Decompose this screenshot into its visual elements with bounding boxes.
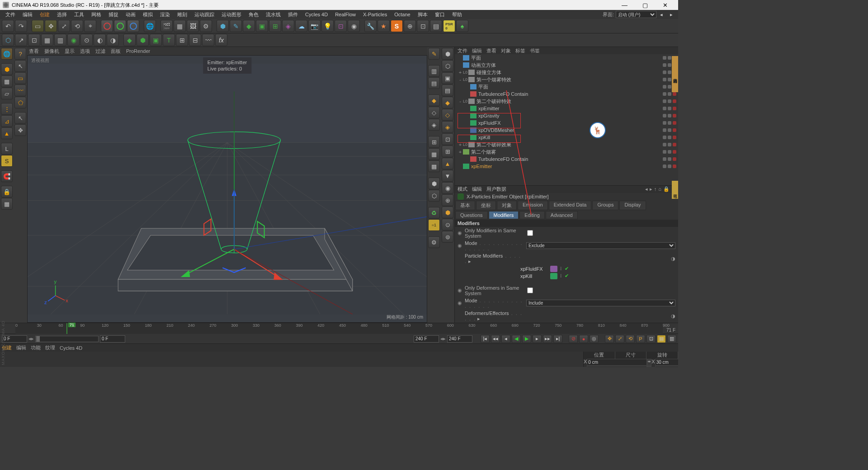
rc2-2[interactable]: ⬡ <box>442 60 453 72</box>
tb2-10[interactable]: ◆ <box>123 34 136 46</box>
rc2-16[interactable]: ⊚ <box>442 231 453 243</box>
point-mode-button[interactable]: ⋮ <box>1 103 13 115</box>
rc1-14[interactable]: ⚙ <box>428 236 440 248</box>
enable-dot[interactable] <box>673 128 676 132</box>
rc1-2[interactable]: ▥ <box>428 65 440 77</box>
object-manager-tree[interactable]: 🦌 平面动画立方体+L0碰撞立方体-L0第一个烟雾特效平面TurbulenceF… <box>455 54 678 185</box>
range-start-field[interactable] <box>2 335 27 343</box>
expand-icon[interactable]: + <box>458 142 463 147</box>
viewmenu-面板[interactable]: 面板 <box>111 48 121 55</box>
rc2-4[interactable]: ▤ <box>442 85 453 96</box>
menu-脚本[interactable]: 脚本 <box>414 10 431 19</box>
rc2-10[interactable]: ▲ <box>442 158 453 169</box>
timeline[interactable]: 71 0306090120150180210240270300330360390… <box>0 323 678 334</box>
maximize-button[interactable]: ▢ <box>635 0 655 10</box>
menu-Cycles 4D[interactable]: Cycles 4D <box>302 11 331 18</box>
object-name[interactable]: xpEmitter <box>478 106 499 111</box>
tree-item-第二个破碎特效[interactable]: -L0第二个破碎特效 <box>455 98 678 105</box>
vis-render-dot[interactable] <box>668 63 671 67</box>
rc2-9[interactable]: ⊞ <box>442 146 453 157</box>
mode-select[interactable]: Exclude <box>526 242 675 249</box>
rc2-1[interactable]: ⬢ <box>442 48 453 60</box>
redo-button[interactable]: ↷ <box>15 20 27 32</box>
mattab-功能[interactable]: 功能 <box>31 344 41 351</box>
tree-item-第一个烟雾特效[interactable]: -L0第一个烟雾特效 <box>455 76 678 83</box>
expand-icon[interactable]: + <box>458 70 463 75</box>
range-slider[interactable] <box>35 336 99 342</box>
viewmenu-查看[interactable]: 查看 <box>29 48 39 55</box>
object-name[interactable]: 平面 <box>478 84 488 90</box>
plugin-btn-s[interactable]: S <box>391 20 403 32</box>
right-dock-tab-2[interactable]: 画笔 <box>672 181 678 199</box>
vis-editor-dot[interactable] <box>663 107 666 110</box>
enable-dot[interactable] <box>673 136 676 139</box>
only-modifiers-checkbox[interactable] <box>527 230 533 236</box>
size-Y[interactable] <box>655 366 678 367</box>
enable-dot[interactable] <box>673 114 676 118</box>
tb2-5[interactable]: ▥ <box>54 34 66 46</box>
tb2-text[interactable]: T <box>163 34 175 46</box>
object-name[interactable]: xpGravity <box>478 113 499 118</box>
viewmenu-过滤[interactable]: 过滤 <box>95 48 105 55</box>
attrtab-Groups[interactable]: Groups <box>592 201 618 210</box>
workplane-button[interactable]: ▱ <box>1 88 13 99</box>
omtab-对象[interactable]: 对象 <box>501 47 511 54</box>
render-view-button[interactable]: 🎬 <box>160 20 173 32</box>
tb2-7[interactable]: ⊙ <box>80 34 93 46</box>
key-pos-button[interactable]: ✥ <box>605 335 614 343</box>
attrtab-Advanced[interactable]: Advanced <box>546 211 578 219</box>
help-icon[interactable]: ? <box>14 48 26 60</box>
tb2-fx[interactable]: fx <box>215 34 227 46</box>
move-arrow-tool[interactable]: ↖ <box>14 112 26 124</box>
object-name[interactable]: TurbulenceFD Contain <box>478 156 528 162</box>
goto-end-button[interactable]: ▸| <box>553 335 562 343</box>
menu-动画[interactable]: 动画 <box>122 10 139 19</box>
mattab-Cycles 4D[interactable]: Cycles 4D <box>60 345 82 351</box>
menu-工具[interactable]: 工具 <box>71 10 88 19</box>
tree-item-平面[interactable]: 平面 <box>455 83 678 90</box>
rc1-1[interactable]: ✎ <box>428 48 440 60</box>
menu-模拟[interactable]: 模拟 <box>139 10 156 19</box>
tb2-2[interactable]: ↗ <box>15 34 27 46</box>
modifier-field-end-icon[interactable]: ◑ <box>671 256 675 262</box>
current-frame-field[interactable] <box>100 335 125 343</box>
spline-button[interactable]: ✎ <box>230 20 242 32</box>
rc1-12[interactable]: ♻ <box>428 207 440 219</box>
object-name[interactable]: 动画立方体 <box>471 62 496 69</box>
layout-select[interactable]: 启动 (用户) <box>616 11 656 18</box>
enable-dot[interactable] <box>673 107 676 110</box>
total-frames-field[interactable] <box>447 335 472 343</box>
tb2-12[interactable]: ▣ <box>150 34 162 46</box>
poly-mode-button[interactable]: ▲ <box>1 127 13 139</box>
expand-icon[interactable]: - <box>458 77 463 82</box>
vis-editor-dot[interactable] <box>663 56 666 60</box>
object-name[interactable]: 碰撞立方体 <box>476 69 501 76</box>
plugin-btn-3[interactable]: ⊕ <box>404 20 416 32</box>
light-button[interactable]: 💡 <box>321 20 334 32</box>
coord-system-button[interactable]: 🌐 <box>144 20 156 32</box>
object-name[interactable]: 第二个烟雾 <box>471 149 496 155</box>
viewmenu-显示[interactable]: 显示 <box>65 48 75 55</box>
vis-render-dot[interactable] <box>668 78 671 81</box>
object-name[interactable]: 第一个烟雾特效 <box>476 76 511 83</box>
omtab-文件[interactable]: 文件 <box>458 47 467 54</box>
menu-窗口[interactable]: 窗口 <box>431 10 448 19</box>
object-name[interactable]: xpKill <box>478 135 490 140</box>
x-axis-toggle[interactable] <box>101 20 113 32</box>
vis-editor-dot[interactable] <box>663 164 666 168</box>
rc1-7[interactable]: ⊞ <box>428 136 440 148</box>
menu-文件[interactable]: 文件 <box>2 10 19 19</box>
rc2-8[interactable]: ⊡ <box>442 133 453 145</box>
menu-雕刻[interactable]: 雕刻 <box>174 10 191 19</box>
tb2-14[interactable]: ⊟ <box>189 34 201 46</box>
next-frame-button[interactable]: ▸ <box>533 335 542 343</box>
attrmenu-编辑[interactable]: 编辑 <box>472 186 482 192</box>
rc2-15[interactable]: ⊙ <box>442 219 453 230</box>
render-region-button[interactable]: ▦ <box>174 20 186 32</box>
tb2-15[interactable]: 〰 <box>202 34 214 46</box>
object-name[interactable]: xpOVDBMesher <box>478 127 514 133</box>
plugin-psr[interactable]: PSR0 <box>443 20 455 32</box>
rc2-3[interactable]: ▣ <box>442 72 453 84</box>
attrmenu-用户数据[interactable]: 用户数据 <box>486 186 506 192</box>
tree-item-动画立方体[interactable]: 动画立方体 <box>455 61 678 69</box>
